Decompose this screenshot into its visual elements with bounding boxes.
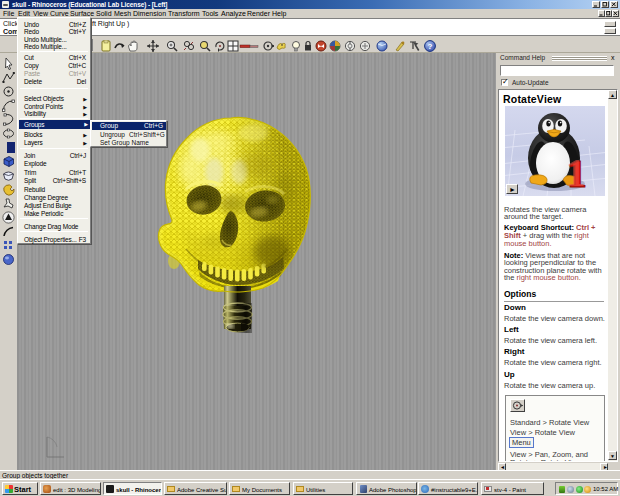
svg-text:1: 1 [566, 150, 586, 195]
